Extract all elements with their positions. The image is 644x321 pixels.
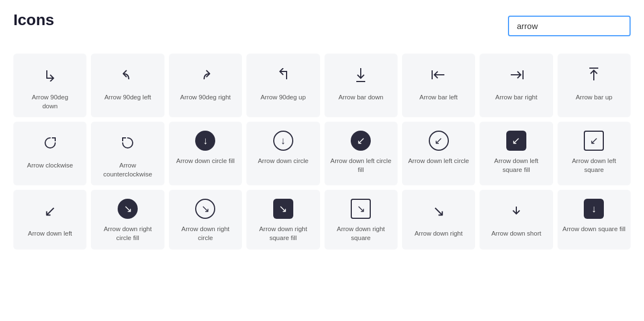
search-input[interactable] xyxy=(508,16,631,36)
icon-label-arrow-counterclockwise: Arrow counterclockwise xyxy=(103,161,152,179)
icon-card-arrow-90deg-down[interactable]: Arrow 90deg down xyxy=(13,54,86,117)
icon-label-arrow-clockwise: Arrow clockwise xyxy=(27,161,72,170)
icon-label-arrow-90deg-left: Arrow 90deg left xyxy=(104,93,151,102)
icon-card-arrow-counterclockwise[interactable]: Arrow counterclockwise xyxy=(91,122,164,185)
icon-symbol-arrow-down-right: ↘ xyxy=(433,199,445,223)
icon-label-arrow-down-left-square: Arrow down left square xyxy=(562,156,626,174)
icon-symbol-arrow-down-right-square: ↘ xyxy=(351,199,371,219)
icon-card-arrow-bar-up[interactable]: Arrow bar up xyxy=(558,54,631,117)
icon-label-arrow-down-left-square-fill: Arrow down left square fill xyxy=(484,156,548,174)
icon-card-arrow-90deg-right[interactable]: Arrow 90deg right xyxy=(169,54,242,117)
icon-symbol-arrow-down-left-circle: ↙ xyxy=(429,131,449,151)
icon-card-arrow-down-right-circle[interactable]: ↘Arrow down right circle xyxy=(169,190,242,249)
icon-label-arrow-down-square-fill: Arrow down square fill xyxy=(563,224,626,233)
icon-symbol-arrow-bar-down xyxy=(354,63,367,87)
icon-label-arrow-90deg-up: Arrow 90deg up xyxy=(260,93,306,102)
icon-label-arrow-down-right-circle-fill: Arrow down right circle fill xyxy=(95,224,159,242)
icon-label-arrow-down-right-circle: Arrow down right circle xyxy=(173,224,238,242)
icon-symbol-arrow-down-short xyxy=(510,199,523,223)
icon-card-arrow-down-square-fill[interactable]: ↓Arrow down square fill xyxy=(558,190,631,249)
icon-card-arrow-bar-left[interactable]: Arrow bar left xyxy=(402,54,475,117)
icon-card-arrow-down-short[interactable]: Arrow down short xyxy=(480,190,553,249)
icon-label-arrow-bar-right: Arrow bar right xyxy=(495,93,537,102)
icon-label-arrow-down-short: Arrow down short xyxy=(491,229,541,238)
icon-symbol-arrow-down-left: ↙ xyxy=(44,199,56,223)
icon-label-arrow-down-left-circle: Arrow down left circle xyxy=(408,156,469,165)
icon-symbol-arrow-90deg-up xyxy=(277,63,290,87)
icon-card-arrow-down-right[interactable]: ↘Arrow down right xyxy=(402,190,475,249)
icon-label-arrow-down-circle-fill: Arrow down circle fill xyxy=(176,156,235,165)
icon-symbol-arrow-bar-up xyxy=(587,63,601,87)
icon-symbol-arrow-bar-right xyxy=(509,63,524,87)
icon-card-arrow-down-right-circle-fill[interactable]: ↘Arrow down right circle fill xyxy=(91,190,164,249)
icon-label-arrow-bar-up: Arrow bar up xyxy=(575,93,612,102)
icon-label-arrow-bar-left: Arrow bar left xyxy=(419,93,457,102)
icon-symbol-arrow-90deg-down xyxy=(43,63,57,87)
page-title: Icons xyxy=(13,11,54,29)
icon-label-arrow-down-right-square: Arrow down right square xyxy=(329,224,393,242)
icon-card-arrow-down-circle-fill[interactable]: ↓Arrow down circle fill xyxy=(169,122,242,185)
icon-symbol-arrow-down-left-square-fill: ↙ xyxy=(506,131,526,151)
icon-card-arrow-clockwise[interactable]: Arrow clockwise xyxy=(13,122,86,185)
icon-symbol-arrow-clockwise xyxy=(43,131,57,155)
icon-symbol-arrow-counterclockwise xyxy=(121,131,134,155)
icon-symbol-arrow-90deg-right xyxy=(198,63,212,87)
icon-label-arrow-down-right-square-fill: Arrow down right square fill xyxy=(251,224,315,242)
icon-label-arrow-90deg-right: Arrow 90deg right xyxy=(180,93,231,102)
icon-card-arrow-90deg-left[interactable]: Arrow 90deg left xyxy=(91,54,164,117)
icon-label-arrow-down-left: Arrow down left xyxy=(28,229,72,238)
icon-symbol-arrow-down-right-circle: ↘ xyxy=(195,199,215,219)
icon-symbol-arrow-down-right-square-fill: ↘ xyxy=(273,199,293,219)
page-header: Icons xyxy=(13,11,631,40)
icon-card-arrow-down-circle[interactable]: ↓Arrow down circle xyxy=(246,122,319,185)
icon-card-arrow-down-left-circle[interactable]: ↙Arrow down left circle xyxy=(402,122,475,185)
icon-label-arrow-bar-down: Arrow bar down xyxy=(338,93,384,102)
icon-symbol-arrow-down-left-square: ↙ xyxy=(584,131,604,151)
icon-card-arrow-bar-down[interactable]: Arrow bar down xyxy=(325,54,398,117)
icon-symbol-arrow-down-circle: ↓ xyxy=(273,131,293,151)
icon-symbol-arrow-90deg-left xyxy=(121,63,134,87)
icon-card-arrow-bar-right[interactable]: Arrow bar right xyxy=(480,54,553,117)
icon-card-arrow-down-left-square[interactable]: ↙Arrow down left square xyxy=(558,122,631,185)
icon-symbol-arrow-down-left-circle-fill: ↙ xyxy=(351,131,371,151)
icon-label-arrow-down-right: Arrow down right xyxy=(414,229,462,238)
icon-card-arrow-down-left[interactable]: ↙Arrow down left xyxy=(13,190,86,249)
icon-symbol-arrow-down-right-circle-fill: ↘ xyxy=(118,199,138,219)
icon-label-arrow-down-left-circle-fill: Arrow down left circle fill xyxy=(329,156,393,174)
icon-symbol-arrow-down-square-fill: ↓ xyxy=(584,199,604,219)
icon-card-arrow-90deg-up[interactable]: Arrow 90deg up xyxy=(246,54,319,117)
icon-symbol-arrow-bar-left xyxy=(431,63,447,87)
icon-label-arrow-90deg-down: Arrow 90deg down xyxy=(32,93,68,111)
icon-symbol-arrow-down-circle-fill: ↓ xyxy=(195,131,215,151)
icon-card-arrow-down-left-square-fill[interactable]: ↙Arrow down left square fill xyxy=(480,122,553,185)
icon-grid: Arrow 90deg down Arrow 90deg left Arrow … xyxy=(13,54,631,250)
icon-label-arrow-down-circle: Arrow down circle xyxy=(258,156,308,165)
icon-card-arrow-down-right-square-fill[interactable]: ↘Arrow down right square fill xyxy=(246,190,319,249)
icon-card-arrow-down-left-circle-fill[interactable]: ↙Arrow down left circle fill xyxy=(325,122,398,185)
icon-card-arrow-down-right-square[interactable]: ↘Arrow down right square xyxy=(325,190,398,249)
